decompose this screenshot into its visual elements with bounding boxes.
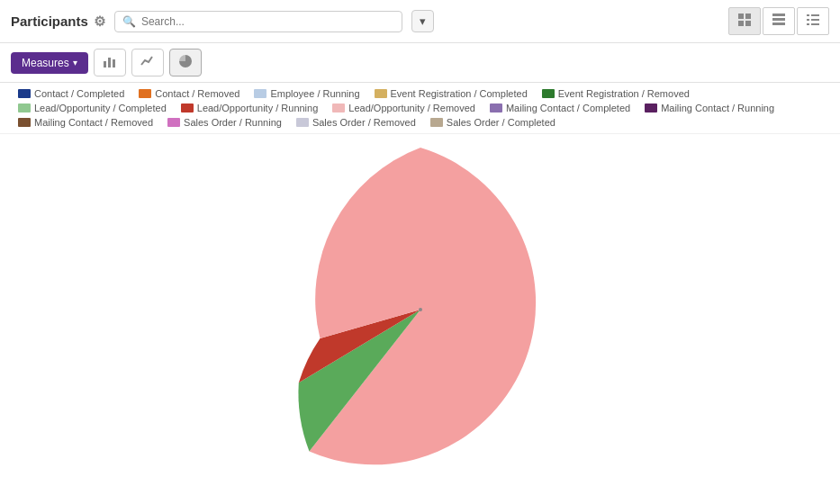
svg-rect-0 — [738, 14, 744, 19]
legend-label: Lead/Opportunity / Completed — [34, 103, 167, 113]
view-list-button[interactable] — [797, 7, 829, 35]
legend-item: Mailing Contact / Removed — [18, 117, 153, 128]
svg-rect-7 — [807, 14, 809, 16]
bar-chart-button[interactable] — [94, 49, 126, 76]
toolbar: Measures ▾ — [0, 43, 840, 83]
svg-rect-13 — [104, 61, 106, 68]
legend-label: Event Registration / Completed — [391, 88, 528, 99]
legend-label: Contact / Removed — [155, 88, 239, 99]
legend-label: Mailing Contact / Completed — [506, 103, 630, 113]
svg-rect-3 — [745, 21, 751, 26]
view-buttons — [728, 7, 829, 35]
legend-label: Mailing Contact / Running — [661, 103, 774, 113]
legend-label: Lead/Opportunity / Removed — [348, 103, 475, 113]
svg-rect-2 — [738, 21, 744, 26]
page-title: Participants ⚙ — [11, 14, 105, 30]
search-icon: 🔍 — [122, 15, 136, 28]
legend-item: Contact / Completed — [18, 88, 124, 99]
legend-color-swatch — [430, 118, 443, 127]
measures-label: Measures — [22, 57, 69, 69]
svg-rect-4 — [772, 14, 785, 16]
legend-item: Event Registration / Completed — [375, 88, 528, 99]
legend-label: Contact / Completed — [34, 88, 124, 99]
search-filter-dropdown[interactable]: ▾ — [411, 10, 434, 32]
svg-rect-6 — [772, 22, 785, 25]
legend-item: Sales Order / Running — [167, 117, 282, 128]
legend-item: Lead/Opportunity / Removed — [332, 103, 475, 113]
top-bar: Participants ⚙ 🔍 ▾ — [0, 0, 840, 43]
svg-rect-8 — [811, 14, 819, 16]
legend-item: Sales Order / Removed — [296, 117, 416, 128]
legend-item: Contact / Removed — [139, 88, 239, 99]
search-input[interactable] — [141, 15, 394, 28]
legend-label: Mailing Contact / Removed — [34, 117, 153, 128]
legend-color-swatch — [181, 104, 194, 112]
search-bar: 🔍 — [114, 11, 402, 32]
legend-label: Sales Order / Removed — [312, 117, 416, 128]
svg-rect-10 — [811, 19, 819, 21]
legend-item: Mailing Contact / Running — [645, 103, 774, 113]
legend-color-swatch — [490, 104, 502, 112]
svg-rect-5 — [772, 18, 785, 21]
legend-color-swatch — [167, 118, 180, 127]
measures-button[interactable]: Measures ▾ — [11, 52, 88, 74]
legend-color-swatch — [139, 89, 151, 98]
svg-point-16 — [419, 308, 422, 311]
chart-area — [0, 134, 840, 485]
legend-color-swatch — [18, 89, 31, 98]
gear-icon[interactable]: ⚙ — [94, 14, 105, 30]
legend-color-swatch — [542, 89, 555, 98]
pie-container — [249, 139, 592, 481]
view-image-button[interactable] — [728, 7, 761, 35]
view-table-button[interactable] — [763, 7, 795, 35]
svg-rect-1 — [745, 14, 751, 19]
svg-rect-12 — [811, 23, 819, 25]
legend-label: Event Registration / Removed — [558, 88, 690, 99]
legend-item: Lead/Opportunity / Running — [181, 103, 319, 113]
svg-rect-15 — [113, 59, 115, 68]
segment-other — [315, 148, 420, 338]
legend-item: Mailing Contact / Completed — [490, 103, 630, 113]
legend-label: Employee / Running — [270, 88, 359, 99]
legend-item: Event Registration / Removed — [542, 88, 690, 99]
title-text: Participants — [11, 14, 88, 29]
legend-label: Lead/Opportunity / Running — [197, 103, 319, 113]
legend-color-swatch — [254, 89, 266, 98]
svg-rect-14 — [108, 58, 111, 68]
legend-label: Sales Order / Running — [184, 117, 282, 128]
pie-chart-button[interactable] — [169, 49, 202, 76]
pie-chart — [249, 139, 592, 481]
legend-color-swatch — [645, 104, 657, 112]
legend-item: Sales Order / Completed — [430, 117, 555, 128]
svg-rect-9 — [807, 19, 809, 21]
legend-item: Employee / Running — [254, 88, 359, 99]
measures-arrow: ▾ — [73, 58, 77, 68]
legend-item: Lead/Opportunity / Completed — [18, 103, 167, 113]
legend-color-swatch — [332, 104, 345, 112]
legend-label: Sales Order / Completed — [447, 117, 555, 128]
legend-area: Contact / Completed Contact / Removed Em… — [0, 83, 840, 134]
legend-color-swatch — [375, 89, 387, 98]
legend-color-swatch — [18, 104, 31, 112]
legend-color-swatch — [18, 118, 31, 127]
svg-rect-11 — [807, 23, 809, 25]
legend-color-swatch — [296, 118, 309, 127]
line-chart-button[interactable] — [131, 49, 164, 76]
